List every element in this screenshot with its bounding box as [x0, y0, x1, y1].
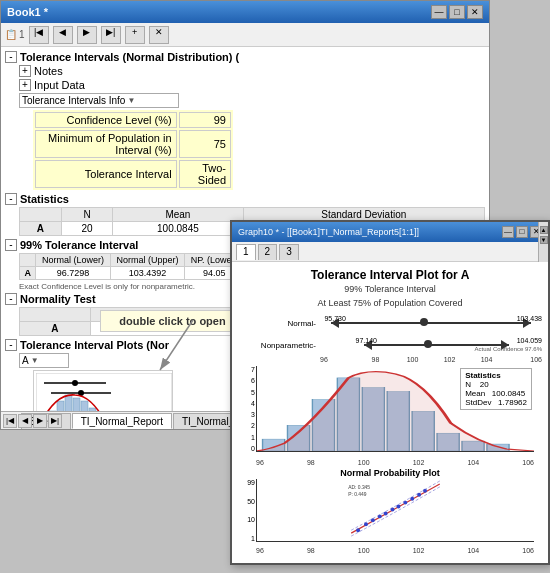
resize-down-button[interactable]: ▼	[540, 236, 548, 244]
svg-rect-8	[73, 398, 80, 411]
prev-sheet-button[interactable]: ◀	[18, 414, 32, 428]
svg-point-39	[396, 505, 400, 509]
minimize-button[interactable]: —	[431, 5, 447, 19]
main-window-title: Book1 *	[7, 6, 48, 18]
window-controls: — □ ✕	[431, 5, 483, 19]
prob-plot-svg: AD: 0.345 P: 0.449	[257, 479, 534, 541]
first-tab-button[interactable]: |◀	[29, 26, 49, 44]
tol-info-table-container: Confidence Level (%) 99 Minimum of Popul…	[33, 110, 485, 190]
svg-point-33	[356, 528, 360, 532]
y-label-0: 0	[251, 445, 255, 452]
graph-subtitle2: At Least 75% of Population Covered	[238, 298, 542, 308]
col-n: N	[61, 208, 113, 222]
y-label-5: 5	[251, 389, 255, 396]
input-data-label: Input Data	[34, 79, 85, 91]
table-row: Minimum of Population in Interval (%) 75	[35, 130, 231, 158]
prob-y-50: 50	[247, 498, 255, 505]
notes-section: + Notes	[19, 65, 485, 77]
stats-mean-row: Mean 100.0845	[465, 389, 527, 398]
prob-plot-y-labels: 99 50 10 1	[238, 479, 256, 542]
expand-input-data[interactable]: +	[19, 79, 31, 91]
resize-up-button[interactable]: ▲	[540, 226, 548, 234]
graph-maximize-button[interactable]: □	[516, 226, 528, 238]
svg-rect-6	[57, 401, 64, 411]
first-sheet-button[interactable]: |◀	[3, 414, 17, 428]
prob-x-104: 104	[467, 547, 479, 554]
ti-nonparam-right-val: 104.059	[517, 337, 542, 344]
prob-plot-x-labels: 96 98 100 102 104 106	[256, 547, 534, 554]
prob-plot-area: AD: 0.345 P: 0.449	[256, 479, 534, 542]
hist-x-106: 106	[522, 459, 534, 466]
tab-ti-normal-report[interactable]: TI_Normal_Report	[72, 413, 172, 429]
graph-title-bar: Graph10 * - [[Book1]TI_Normal_Report5[1:…	[232, 222, 548, 242]
close-button[interactable]: ✕	[467, 5, 483, 19]
expand-notes[interactable]: +	[19, 65, 31, 77]
maximize-button[interactable]: □	[449, 5, 465, 19]
ti-nonparam-axis: 97.140 104.059 Actual Confidence 97.6%	[320, 337, 542, 353]
graph-tab-2[interactable]: 2	[258, 244, 278, 260]
hist-x-100: 100	[358, 459, 370, 466]
expand-99pct[interactable]: -	[5, 239, 17, 251]
histogram-y-labels: 7 6 5 4 3 2 1 0	[238, 366, 256, 452]
ti-axis-label-96: 96	[320, 356, 357, 363]
y-label-3: 3	[251, 411, 255, 418]
normal-lower-val: 96.7298	[36, 267, 111, 280]
prob-x-102: 102	[413, 547, 425, 554]
graph-window: Graph10 * - [[Book1]TI_Normal_Report5[1:…	[230, 220, 550, 565]
expand-normality[interactable]: -	[5, 293, 17, 305]
graph-content: Tolerance Interval Plot for A 99% Tolera…	[232, 262, 548, 563]
graph-window-title: Graph10 * - [[Book1]TI_Normal_Report5[1:…	[238, 227, 419, 237]
prev-tab-button[interactable]: ◀	[53, 26, 73, 44]
col-group	[20, 208, 62, 222]
stats-n-value: 20	[480, 380, 489, 389]
ti-chart-area: Normal- 95.730 103.438 Nonparametric-	[238, 312, 542, 362]
stats-sd-value: 1.78962	[498, 398, 527, 407]
plots-dropdown[interactable]: A ▼	[19, 353, 69, 368]
graph-minimize-button[interactable]: —	[502, 226, 514, 238]
table-row: Confidence Level (%) 99	[35, 112, 231, 128]
dropdown-arrow-icon: ▼	[127, 96, 135, 105]
next-sheet-button[interactable]: ▶	[33, 414, 47, 428]
svg-point-41	[410, 497, 414, 501]
hist-x-98: 98	[307, 459, 315, 466]
tol-interval-value: Two-Sided	[179, 160, 231, 188]
next-tab-button[interactable]: ▶	[77, 26, 97, 44]
last-sheet-button[interactable]: ▶|	[48, 414, 62, 428]
expand-tolerance-intervals[interactable]: -	[5, 51, 17, 63]
stats-sd-row: StdDev 1.78962	[465, 398, 527, 407]
plot-thumbnail[interactable]	[33, 370, 173, 411]
statistics-label: Statistics	[20, 193, 69, 205]
ti-axis-label-102: 102	[431, 356, 468, 363]
col-mean: Mean	[113, 208, 243, 222]
n-value: 20	[61, 222, 113, 236]
expand-tol-plots[interactable]: -	[5, 339, 17, 351]
expand-statistics[interactable]: -	[5, 193, 17, 205]
min-pop-value: 75	[179, 130, 231, 158]
graph-tab-3[interactable]: 3	[279, 244, 299, 260]
hist-x-104: 104	[467, 459, 479, 466]
normal-upper-val: 103.4392	[110, 267, 185, 280]
delete-tab-button[interactable]: ✕	[149, 26, 169, 44]
svg-point-36	[378, 514, 382, 518]
ti-nonparam-subtext: Actual Confidence 97.6%	[475, 346, 542, 352]
group-a3: A	[20, 322, 91, 336]
ti-axis-labels: 96 98 100 102 104 106	[238, 356, 542, 363]
prob-y-1: 1	[251, 535, 255, 542]
statistics-section: - Statistics	[5, 193, 485, 205]
ti-axis-label-100: 100	[394, 356, 431, 363]
notes-label: Notes	[34, 65, 63, 77]
prob-plot-title: Normal Probability Plot	[238, 468, 542, 478]
svg-rect-7	[65, 395, 72, 411]
prob-y-10: 10	[247, 516, 255, 523]
tol-info-dropdown[interactable]: Tolerance Intervals Info ▼	[19, 93, 179, 108]
ti-normal-line	[331, 322, 531, 324]
ti-normal-axis: 95.730 103.438	[320, 315, 542, 331]
last-tab-button[interactable]: ▶|	[101, 26, 121, 44]
mean-value: 100.0845	[113, 222, 243, 236]
svg-rect-12	[36, 373, 172, 411]
tol-99pct-label: 99% Tolerance Interval	[20, 239, 138, 251]
histogram-plot-area: Statistics N 20 Mean 100.0845 StdDev 1.7…	[256, 366, 534, 452]
svg-text:AD: 0.345: AD: 0.345	[348, 485, 370, 490]
graph-tab-1[interactable]: 1	[236, 244, 256, 260]
add-tab-button[interactable]: +	[125, 26, 145, 44]
